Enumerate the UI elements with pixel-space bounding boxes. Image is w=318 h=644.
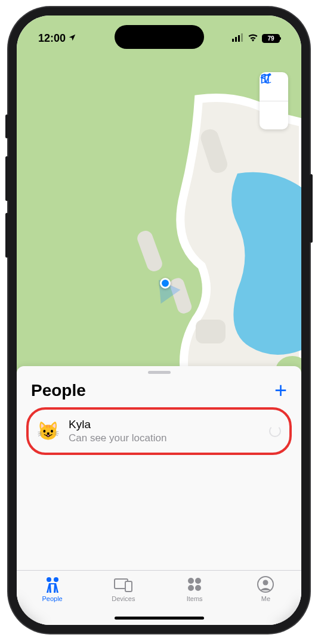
svg-point-15 xyxy=(188,585,194,591)
battery-icon: 79 xyxy=(262,34,280,43)
svg-rect-3 xyxy=(241,33,243,42)
map-controls xyxy=(260,72,288,129)
sheet-grabber[interactable] xyxy=(148,371,171,374)
items-icon xyxy=(187,575,202,593)
add-person-button[interactable]: + xyxy=(274,380,287,401)
devices-icon xyxy=(113,575,134,593)
tab-me[interactable]: Me xyxy=(239,575,292,625)
svg-point-9 xyxy=(47,577,51,582)
svg-point-18 xyxy=(263,580,268,586)
svg-rect-7 xyxy=(196,320,226,343)
volume-up-button xyxy=(5,156,8,201)
tab-label: Me xyxy=(261,595,270,602)
silent-switch xyxy=(5,114,8,138)
person-name: Kyla xyxy=(69,418,260,431)
track-location-button[interactable] xyxy=(260,101,288,129)
tab-people[interactable]: People xyxy=(26,575,79,625)
svg-point-16 xyxy=(195,585,201,591)
svg-rect-1 xyxy=(235,37,237,42)
location-arrow-icon xyxy=(260,72,271,84)
power-button xyxy=(310,174,313,243)
loading-spinner-icon xyxy=(269,425,281,437)
home-indicator[interactable] xyxy=(115,617,204,620)
location-arrow-icon xyxy=(68,32,76,45)
people-icon xyxy=(42,575,63,593)
me-icon xyxy=(257,575,274,593)
svg-rect-5 xyxy=(135,229,164,274)
avatar: 😺 xyxy=(37,422,59,440)
cellular-icon xyxy=(232,32,244,45)
tab-label: People xyxy=(42,595,62,602)
svg-rect-2 xyxy=(238,35,240,42)
sheet-title: People xyxy=(31,381,86,400)
svg-point-13 xyxy=(188,578,194,584)
tab-label: Devices xyxy=(112,595,135,602)
screen: 12:00 79 xyxy=(17,16,301,625)
status-time: 12:00 xyxy=(38,32,66,45)
wifi-icon xyxy=(248,32,258,45)
dynamic-island xyxy=(115,25,204,49)
svg-rect-0 xyxy=(232,39,234,42)
volume-down-button xyxy=(5,213,8,258)
tab-label: Items xyxy=(187,595,203,602)
person-row[interactable]: 😺 Kyla Can see your location xyxy=(26,407,292,455)
current-location-dot[interactable] xyxy=(160,278,171,289)
person-subtitle: Can see your location xyxy=(69,432,260,444)
map-view[interactable] xyxy=(17,16,301,385)
map-terrain xyxy=(17,16,301,385)
svg-rect-12 xyxy=(125,581,132,592)
svg-point-14 xyxy=(195,578,201,584)
phone-frame: 12:00 79 xyxy=(8,7,310,633)
svg-point-10 xyxy=(54,577,58,582)
